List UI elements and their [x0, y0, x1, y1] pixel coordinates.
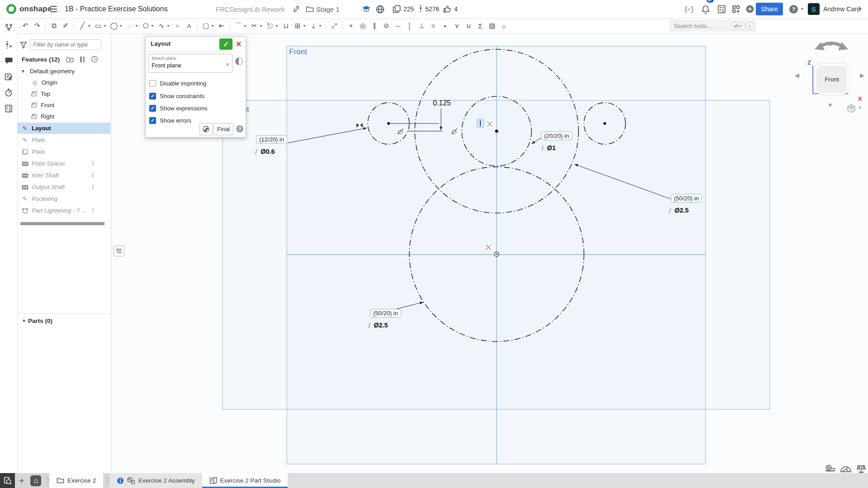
pattern-tool-caret[interactable]: ▼	[303, 24, 307, 28]
vertical-constraint-icon[interactable]: │	[404, 20, 415, 31]
mirror-tool-icon[interactable]: ⇤	[216, 20, 227, 31]
onshape-logo[interactable]: onshape	[5, 0, 52, 18]
search-tools-box[interactable]: Search tools... alt+/ c	[670, 20, 756, 31]
offset-tool-caret[interactable]: ▼	[275, 24, 280, 28]
pierce-constraint-icon[interactable]	[486, 120, 493, 128]
hamburger-menu-icon[interactable]: ☰	[50, 0, 57, 18]
tree-item-top-plane[interactable]: Top	[17, 88, 110, 99]
pierce-constraint-icon[interactable]	[485, 244, 492, 251]
feature-menu-dots-icon[interactable]: ⁞	[92, 184, 93, 190]
checkbox-disable-imprinting[interactable]: Disable imprinting	[149, 80, 206, 87]
trim-tool-icon[interactable]: ✂	[249, 20, 260, 31]
tab-exercise-2-assembly[interactable]: Exercise 2 Assembly	[109, 473, 202, 488]
clear-selection-icon[interactable]: ✕	[225, 62, 230, 68]
dim-expression-12-20[interactable]: (12/20) in	[256, 135, 287, 144]
center-point[interactable]	[603, 122, 606, 125]
dialog-header[interactable]: Layout ✓ ✕	[146, 37, 246, 52]
avatar[interactable]: S	[808, 3, 820, 15]
view-cube-face-front[interactable]: Front	[815, 64, 849, 95]
point-tool-icon[interactable]: ∘	[172, 20, 183, 31]
trim-tool-caret[interactable]: ▼	[259, 24, 264, 28]
pattern-constraint-icon[interactable]: Σ	[475, 20, 486, 31]
workspace-name[interactable]: FRCDesignLib Rework	[216, 0, 285, 18]
checkbox-show-expressions[interactable]: ✓ Show expressions	[149, 105, 208, 112]
checklist-icon[interactable]	[3, 103, 14, 114]
parts-section-header[interactable]: ▼ Parts (0)	[22, 317, 111, 324]
center-point[interactable]	[495, 130, 498, 133]
vertical-constraint-badge[interactable]	[477, 119, 484, 128]
rectangle-tool-icon[interactable]: ▭	[93, 20, 104, 31]
rectangle-tool-caret[interactable]: ▼	[103, 24, 108, 28]
construction-circle-caret[interactable]: ▼	[135, 24, 139, 28]
tab-exercise-2[interactable]: Exercise 2	[49, 473, 103, 488]
feature-history-icon[interactable]	[91, 56, 98, 63]
symmetric-constraint-icon[interactable]	[355, 122, 364, 128]
slot-tool-icon[interactable]: ▢	[200, 20, 211, 31]
dimension-tool-icon[interactable]: ⤢	[329, 20, 340, 31]
tab-exercise-2-part-studio[interactable]: Exercise 2 Part Studio	[202, 473, 288, 488]
protractor-icon[interactable]	[840, 464, 852, 473]
tab-search-button[interactable]	[0, 473, 15, 488]
tree-item-inter-shaft[interactable]: Inter Shaft ⁞	[17, 170, 110, 181]
tasks-icon[interactable]	[717, 0, 726, 18]
use-project-tool-icon[interactable]: ⊔	[280, 20, 291, 31]
dim-value-1[interactable]: ƒØ1	[541, 144, 556, 152]
tree-item-layout-sketch[interactable]: ✎ Layout	[17, 123, 110, 134]
polygon-tool-caret[interactable]: ▼	[151, 24, 155, 28]
spline-tool-caret[interactable]: ▼	[166, 24, 171, 28]
tangent-constraint-icon[interactable]: ⊘	[381, 20, 392, 31]
help-button[interactable]: ?▼	[789, 0, 804, 18]
history-stopwatch-icon[interactable]	[3, 87, 14, 98]
midpoint-constraint-icon[interactable]: •	[440, 20, 451, 31]
edit-notes-icon[interactable]	[3, 71, 14, 82]
import-dxf-caret[interactable]: ▼	[318, 24, 323, 28]
offset-tool-icon[interactable]: ⎋	[265, 20, 275, 31]
normal-constraint-icon[interactable]: ∪	[463, 20, 474, 31]
equal-constraint-icon[interactable]: =	[428, 20, 439, 31]
app-store-icon[interactable]	[732, 0, 740, 18]
coincident-constraint-icon[interactable]: ⌖	[346, 20, 356, 31]
tree-item-output-shaft[interactable]: Output Shaft ⁞	[17, 181, 110, 193]
mass-properties-scale-icon[interactable]	[856, 464, 866, 473]
construction-circle-tool-icon[interactable]: ◌	[124, 20, 135, 31]
add-folder-icon[interactable]	[66, 56, 74, 63]
undo-icon[interactable]: ↶	[20, 20, 31, 31]
sketch-origin[interactable]	[494, 252, 499, 256]
view-menu-caret-icon[interactable]: ▼	[858, 105, 862, 110]
insert-follow-icon[interactable]	[3, 40, 14, 51]
suspend-icon[interactable]	[80, 57, 85, 62]
checkbox-unchecked-icon[interactable]	[149, 80, 156, 87]
horizontal-constraint-icon[interactable]: ─	[393, 20, 403, 31]
cancel-icon[interactable]: ✕	[236, 40, 242, 48]
feature-menu-dots-icon[interactable]: ⁞	[92, 172, 93, 179]
checkbox-show-errors[interactable]: ✓ Show errors	[149, 117, 191, 124]
commit-button[interactable]: ✓	[219, 38, 232, 50]
circle-tool-caret[interactable]: ▼	[119, 24, 123, 28]
dim-expression-50-20-bottom[interactable]: (50/20) in	[370, 309, 401, 317]
tree-item-front-plane[interactable]: Front	[17, 99, 110, 111]
fillet-tool-caret[interactable]: ▼	[243, 24, 248, 28]
import-dxf-icon[interactable]: ⤓	[308, 20, 319, 31]
checkbox-show-constraints[interactable]: ✓ Show constraints	[149, 93, 204, 99]
slot-tool-caret[interactable]: ▼	[211, 24, 215, 28]
tree-item-plate-extrude[interactable]: Plate	[17, 146, 110, 157]
featurescript-icon[interactable]: {✓}	[685, 0, 693, 18]
line-tool-icon[interactable]: ╱	[77, 20, 88, 31]
tree-item-plate-sketch[interactable]: ✎ Plate	[17, 134, 110, 146]
share-button[interactable]: Share	[756, 3, 783, 15]
dialog-help-icon[interactable]: ?	[236, 125, 243, 133]
feature-flyout-handle[interactable]	[114, 246, 124, 256]
checkbox-checked-icon[interactable]: ✓	[149, 117, 156, 124]
dim-expression-20-20[interactable]: (20/20) in	[541, 132, 572, 140]
chevron-down-icon[interactable]: ▼	[21, 69, 25, 74]
tape-measure-icon[interactable]	[825, 464, 835, 473]
tree-group-default-geometry[interactable]: ▼ Default geometry	[17, 66, 110, 77]
dim-expression-50-20-right[interactable]: (50/20) in	[671, 194, 702, 203]
info-circle-icon[interactable]	[117, 477, 124, 484]
tree-item-pocketing[interactable]: ✎ Pocketing	[17, 193, 110, 204]
sketch-mode-button[interactable]	[199, 123, 213, 135]
final-button[interactable]: Final	[213, 123, 233, 135]
tree-item-plate-spacer[interactable]: Plate Spacer ⁞	[17, 158, 110, 169]
parallel-constraint-icon[interactable]: ∥	[369, 20, 380, 31]
tree-item-origin[interactable]: ◎ Origin	[17, 77, 110, 88]
